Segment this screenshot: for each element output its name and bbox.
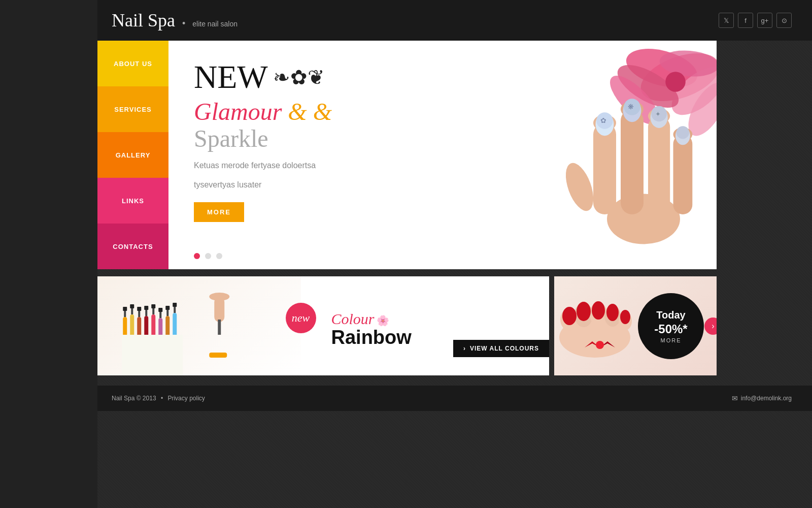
- svg-rect-46: [152, 308, 154, 314]
- svg-rect-43: [145, 310, 147, 316]
- rss-icon[interactable]: ⊙: [776, 13, 792, 28]
- hero-image: ✿ ❋ ✦: [443, 41, 717, 269]
- google-icon[interactable]: g+: [757, 13, 772, 28]
- svg-rect-33: [123, 307, 127, 311]
- hero-amp: &: [288, 98, 307, 125]
- hero-description-1: Ketuas merode fertyase doloertsa: [194, 160, 397, 172]
- svg-rect-30: [214, 297, 224, 322]
- svg-point-66: [592, 301, 605, 320]
- footer: Nail Spa © 2013 • Privacy policy ✉ info@…: [0, 386, 812, 411]
- brand-dot: •: [182, 18, 185, 29]
- svg-point-69: [596, 341, 604, 349]
- svg-text:Today: Today: [656, 309, 686, 321]
- footer-copyright-text: Nail Spa © 2013: [112, 395, 156, 402]
- new-badge: new: [286, 303, 316, 333]
- svg-text:✦: ✦: [655, 111, 661, 118]
- main-container: ABOUT US SERVICES GALLERY LINKS CONTACTS…: [97, 41, 717, 269]
- new-badge-text: new: [292, 311, 310, 325]
- svg-rect-11: [621, 109, 644, 214]
- nail-polish-illustration: [97, 276, 301, 375]
- hero-amp-symbol: &: [313, 98, 332, 125]
- footer-contact: ✉ info@demolink.org: [732, 394, 792, 402]
- social-icons: 𝕏 f g+ ⊙: [719, 13, 792, 28]
- hero-dots: [194, 253, 222, 259]
- footer-separator: •: [161, 395, 163, 402]
- svg-rect-55: [174, 307, 176, 313]
- sidebar-item-gallery-label: GALLERY: [116, 151, 151, 159]
- hero-ornament: ❧✿❦: [273, 66, 325, 89]
- sidebar-item-links-label: LINKS: [122, 197, 144, 205]
- sidebar-item-about-us-label: ABOUT US: [114, 60, 152, 68]
- svg-rect-42: [144, 306, 148, 310]
- hero-section: NEW ❧✿❦ Glamour & & Sparkle Ketuas merod…: [168, 41, 717, 269]
- svg-text:✿: ✿: [600, 116, 606, 124]
- footer-copyright: Nail Spa © 2013 • Privacy policy: [112, 395, 205, 402]
- hero-description-2: tysevertyas lusater: [194, 179, 397, 191]
- brand: Nail Spa • elite nail salon: [112, 10, 238, 31]
- sidebar: ABOUT US SERVICES GALLERY LINKS CONTACTS: [97, 41, 168, 269]
- view-all-arrow: ›: [463, 345, 466, 352]
- colour-word: Colour: [331, 310, 375, 327]
- svg-rect-31: [218, 320, 221, 335]
- svg-point-5: [665, 72, 686, 92]
- banner-colour-rainbow: new Colour 🌸 Rainbow › VIEW ALL COLOURS: [97, 276, 549, 375]
- svg-rect-32: [209, 353, 227, 358]
- svg-rect-49: [159, 312, 161, 318]
- svg-point-28: [676, 126, 689, 139]
- hero-new-text: NEW: [194, 61, 268, 93]
- brand-tagline: elite nail salon: [192, 20, 238, 28]
- hero-content: NEW ❧✿❦ Glamour & & Sparkle Ketuas merod…: [168, 41, 422, 242]
- svg-text:-50%*: -50%*: [654, 322, 688, 336]
- hero-dot-2[interactable]: [205, 253, 211, 259]
- hero-dot-1[interactable]: [194, 253, 200, 259]
- svg-rect-39: [137, 307, 141, 311]
- sidebar-item-links[interactable]: LINKS: [97, 178, 168, 224]
- twitter-icon[interactable]: 𝕏: [719, 13, 734, 28]
- svg-point-65: [577, 302, 591, 321]
- svg-rect-40: [138, 311, 140, 317]
- banner-right-image: Today -50%* MORE: [554, 276, 717, 375]
- svg-text:❋: ❋: [628, 103, 634, 111]
- svg-rect-45: [151, 304, 155, 308]
- banner-left-text: new Colour 🌸 Rainbow › VIEW ALL COLOURS: [301, 295, 550, 357]
- sidebar-item-contacts-label: CONTACTS: [113, 243, 153, 250]
- sidebar-item-services[interactable]: SERVICES: [97, 86, 168, 132]
- svg-rect-54: [173, 303, 177, 307]
- svg-rect-37: [131, 308, 133, 314]
- footer-privacy-link[interactable]: Privacy policy: [167, 395, 205, 402]
- toes-illustration: Today -50%* MORE: [554, 276, 717, 375]
- svg-rect-15: [673, 135, 693, 215]
- view-all-colours-button[interactable]: › VIEW ALL COLOURS: [453, 340, 549, 357]
- hero-glamour-word: Glamour: [194, 98, 282, 125]
- hero-illustration: ✿ ❋ ✦: [443, 41, 717, 269]
- email-icon: ✉: [732, 394, 738, 402]
- sidebar-item-gallery[interactable]: GALLERY: [97, 132, 168, 178]
- svg-rect-52: [166, 310, 168, 316]
- svg-rect-36: [130, 304, 134, 308]
- hero-dot-3[interactable]: [216, 253, 222, 259]
- sidebar-item-about-us[interactable]: ABOUT US: [97, 41, 168, 86]
- svg-rect-13: [648, 116, 670, 215]
- banner-left-image: [97, 276, 301, 375]
- hero-glamour-line: Glamour & & Sparkle: [194, 99, 397, 152]
- sidebar-item-contacts[interactable]: CONTACTS: [97, 224, 168, 269]
- svg-point-17: [560, 160, 599, 214]
- svg-rect-34: [124, 311, 126, 317]
- svg-rect-48: [158, 308, 162, 312]
- header: Nail Spa • elite nail salon 𝕏 f g+ ⊙: [0, 0, 812, 41]
- facebook-icon[interactable]: f: [738, 13, 753, 28]
- svg-rect-57: [122, 335, 183, 375]
- sidebar-item-services-label: SERVICES: [114, 106, 152, 113]
- banner-today-discount: Today -50%* MORE ›: [554, 276, 717, 375]
- banners-section: new Colour 🌸 Rainbow › VIEW ALL COLOURS: [97, 276, 717, 375]
- brand-name: Nail Spa: [112, 10, 175, 31]
- svg-rect-51: [165, 306, 170, 310]
- svg-point-67: [606, 304, 619, 321]
- hero-more-button[interactable]: MORE: [194, 202, 244, 222]
- footer-email: info@demolink.org: [741, 395, 792, 402]
- svg-point-68: [620, 310, 630, 324]
- svg-rect-9: [593, 123, 616, 214]
- svg-text:MORE: MORE: [661, 337, 682, 343]
- colour-flower: 🌸: [377, 315, 389, 326]
- hero-sparkle-word: Sparkle: [194, 125, 268, 152]
